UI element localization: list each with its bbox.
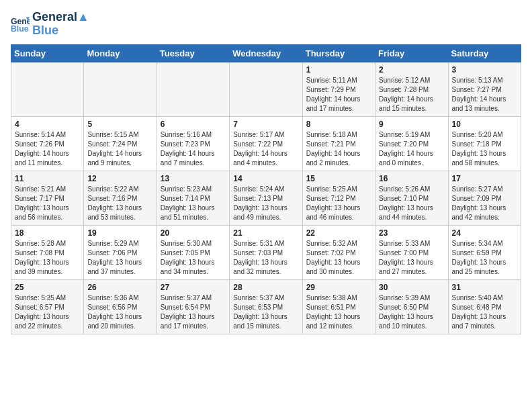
- day-content: Sunrise: 5:17 AM Sunset: 7:22 PM Dayligh…: [233, 130, 298, 168]
- day-content: Sunrise: 5:25 AM Sunset: 7:12 PM Dayligh…: [306, 185, 371, 222]
- day-number: 8: [306, 120, 371, 129]
- calendar-cell-w1-d2: [84, 62, 157, 116]
- day-number: 20: [161, 228, 226, 238]
- calendar-cell-w4-d1: 18Sunrise: 5:28 AM Sunset: 7:08 PM Dayli…: [11, 225, 84, 279]
- calendar-cell-w1-d6: 2Sunrise: 5:12 AM Sunset: 7:28 PM Daylig…: [375, 62, 448, 116]
- day-content: Sunrise: 5:35 AM Sunset: 6:57 PM Dayligh…: [15, 293, 80, 331]
- col-monday: Monday: [84, 44, 157, 62]
- day-content: Sunrise: 5:29 AM Sunset: 7:06 PM Dayligh…: [87, 239, 152, 277]
- col-wednesday: Wednesday: [230, 44, 302, 62]
- calendar-cell-w1-d7: 3Sunrise: 5:13 AM Sunset: 7:27 PM Daylig…: [448, 62, 521, 116]
- day-content: Sunrise: 5:22 AM Sunset: 7:16 PM Dayligh…: [87, 185, 152, 222]
- svg-text:Blue: Blue: [11, 24, 29, 34]
- calendar-cell-w2-d7: 10Sunrise: 5:20 AM Sunset: 7:18 PM Dayli…: [448, 116, 521, 171]
- day-content: Sunrise: 5:36 AM Sunset: 6:56 PM Dayligh…: [87, 293, 152, 331]
- day-number: 31: [452, 283, 517, 292]
- calendar-cell-w3-d1: 11Sunrise: 5:21 AM Sunset: 7:17 PM Dayli…: [11, 171, 84, 225]
- day-number: 29: [306, 283, 371, 292]
- calendar-header-row: Sunday Monday Tuesday Wednesday Thursday…: [11, 44, 521, 62]
- day-number: 27: [161, 283, 226, 292]
- calendar-table: Sunday Monday Tuesday Wednesday Thursday…: [11, 44, 521, 334]
- day-number: 12: [87, 174, 152, 183]
- col-friday: Friday: [375, 44, 448, 62]
- col-saturday: Saturday: [448, 44, 521, 62]
- day-content: Sunrise: 5:33 AM Sunset: 7:00 PM Dayligh…: [379, 239, 444, 277]
- calendar-cell-w4-d7: 24Sunrise: 5:34 AM Sunset: 6:59 PM Dayli…: [448, 225, 521, 279]
- day-number: 18: [15, 228, 80, 238]
- day-content: Sunrise: 5:18 AM Sunset: 7:21 PM Dayligh…: [306, 130, 371, 168]
- day-number: 5: [87, 120, 152, 129]
- day-number: 4: [15, 120, 80, 129]
- day-number: 24: [452, 228, 517, 238]
- logo-icon: General Blue: [11, 15, 30, 34]
- calendar-cell-w4-d3: 20Sunrise: 5:30 AM Sunset: 7:05 PM Dayli…: [157, 225, 229, 279]
- day-content: Sunrise: 5:23 AM Sunset: 7:14 PM Dayligh…: [161, 185, 226, 222]
- calendar-cell-w1-d1: [11, 62, 84, 116]
- day-number: 9: [379, 120, 444, 129]
- calendar-cell-w4-d2: 19Sunrise: 5:29 AM Sunset: 7:06 PM Dayli…: [84, 225, 157, 279]
- day-number: 3: [452, 65, 517, 75]
- day-number: 2: [379, 65, 444, 75]
- day-number: 7: [233, 120, 298, 129]
- day-number: 6: [161, 120, 226, 129]
- calendar-cell-w5-d5: 29Sunrise: 5:38 AM Sunset: 6:51 PM Dayli…: [302, 279, 375, 334]
- calendar-cell-w2-d4: 7Sunrise: 5:17 AM Sunset: 7:22 PM Daylig…: [230, 116, 302, 171]
- day-number: 10: [452, 120, 517, 129]
- calendar-cell-w2-d2: 5Sunrise: 5:15 AM Sunset: 7:24 PM Daylig…: [84, 116, 157, 171]
- calendar-cell-w2-d6: 9Sunrise: 5:19 AM Sunset: 7:20 PM Daylig…: [375, 116, 448, 171]
- day-number: 28: [233, 283, 298, 292]
- day-content: Sunrise: 5:32 AM Sunset: 7:02 PM Dayligh…: [306, 239, 371, 277]
- day-number: 26: [87, 283, 152, 292]
- day-number: 14: [233, 174, 298, 183]
- calendar-week-1: 1Sunrise: 5:11 AM Sunset: 7:29 PM Daylig…: [11, 62, 521, 116]
- day-number: 21: [233, 228, 298, 238]
- day-number: 13: [161, 174, 226, 183]
- col-tuesday: Tuesday: [157, 44, 229, 62]
- day-number: 19: [87, 228, 152, 238]
- day-content: Sunrise: 5:34 AM Sunset: 6:59 PM Dayligh…: [452, 239, 517, 277]
- day-number: 30: [379, 283, 444, 292]
- day-content: Sunrise: 5:26 AM Sunset: 7:10 PM Dayligh…: [379, 185, 444, 222]
- day-content: Sunrise: 5:15 AM Sunset: 7:24 PM Dayligh…: [87, 130, 152, 168]
- day-content: Sunrise: 5:37 AM Sunset: 6:54 PM Dayligh…: [161, 293, 226, 331]
- day-content: Sunrise: 5:13 AM Sunset: 7:27 PM Dayligh…: [452, 76, 517, 113]
- calendar-cell-w1-d3: [157, 62, 229, 116]
- col-sunday: Sunday: [11, 44, 84, 62]
- calendar-week-3: 11Sunrise: 5:21 AM Sunset: 7:17 PM Dayli…: [11, 171, 521, 225]
- day-number: 16: [379, 174, 444, 183]
- day-number: 23: [379, 228, 444, 238]
- day-number: 22: [306, 228, 371, 238]
- day-content: Sunrise: 5:37 AM Sunset: 6:53 PM Dayligh…: [233, 293, 298, 331]
- calendar-cell-w3-d5: 15Sunrise: 5:25 AM Sunset: 7:12 PM Dayli…: [302, 171, 375, 225]
- day-content: Sunrise: 5:16 AM Sunset: 7:23 PM Dayligh…: [161, 130, 226, 168]
- day-number: 1: [306, 65, 371, 75]
- calendar-cell-w4-d4: 21Sunrise: 5:31 AM Sunset: 7:03 PM Dayli…: [230, 225, 302, 279]
- day-content: Sunrise: 5:24 AM Sunset: 7:13 PM Dayligh…: [233, 185, 298, 222]
- day-content: Sunrise: 5:21 AM Sunset: 7:17 PM Dayligh…: [15, 185, 80, 222]
- calendar-cell-w3-d6: 16Sunrise: 5:26 AM Sunset: 7:10 PM Dayli…: [375, 171, 448, 225]
- day-content: Sunrise: 5:40 AM Sunset: 6:48 PM Dayligh…: [452, 293, 517, 331]
- calendar-cell-w2-d1: 4Sunrise: 5:14 AM Sunset: 7:26 PM Daylig…: [11, 116, 84, 171]
- logo-text: General▲ Blue: [32, 11, 89, 38]
- calendar-week-4: 18Sunrise: 5:28 AM Sunset: 7:08 PM Dayli…: [11, 225, 521, 279]
- calendar-cell-w5-d7: 31Sunrise: 5:40 AM Sunset: 6:48 PM Dayli…: [448, 279, 521, 334]
- calendar-cell-w1-d5: 1Sunrise: 5:11 AM Sunset: 7:29 PM Daylig…: [302, 62, 375, 116]
- calendar-week-5: 25Sunrise: 5:35 AM Sunset: 6:57 PM Dayli…: [11, 279, 521, 334]
- page-header: General Blue General▲ Blue: [11, 11, 521, 38]
- calendar-cell-w2-d5: 8Sunrise: 5:18 AM Sunset: 7:21 PM Daylig…: [302, 116, 375, 171]
- day-content: Sunrise: 5:39 AM Sunset: 6:50 PM Dayligh…: [379, 293, 444, 331]
- day-content: Sunrise: 5:11 AM Sunset: 7:29 PM Dayligh…: [306, 76, 371, 113]
- logo: General Blue General▲ Blue: [11, 11, 89, 38]
- day-number: 15: [306, 174, 371, 183]
- calendar-cell-w4-d6: 23Sunrise: 5:33 AM Sunset: 7:00 PM Dayli…: [375, 225, 448, 279]
- day-content: Sunrise: 5:19 AM Sunset: 7:20 PM Dayligh…: [379, 130, 444, 168]
- calendar-cell-w5-d4: 28Sunrise: 5:37 AM Sunset: 6:53 PM Dayli…: [230, 279, 302, 334]
- calendar-cell-w3-d3: 13Sunrise: 5:23 AM Sunset: 7:14 PM Dayli…: [157, 171, 229, 225]
- calendar-cell-w5-d1: 25Sunrise: 5:35 AM Sunset: 6:57 PM Dayli…: [11, 279, 84, 334]
- calendar-cell-w5-d2: 26Sunrise: 5:36 AM Sunset: 6:56 PM Dayli…: [84, 279, 157, 334]
- calendar-week-2: 4Sunrise: 5:14 AM Sunset: 7:26 PM Daylig…: [11, 116, 521, 171]
- calendar-cell-w1-d4: [230, 62, 302, 116]
- calendar-cell-w3-d2: 12Sunrise: 5:22 AM Sunset: 7:16 PM Dayli…: [84, 171, 157, 225]
- calendar-cell-w2-d3: 6Sunrise: 5:16 AM Sunset: 7:23 PM Daylig…: [157, 116, 229, 171]
- day-content: Sunrise: 5:30 AM Sunset: 7:05 PM Dayligh…: [161, 239, 226, 277]
